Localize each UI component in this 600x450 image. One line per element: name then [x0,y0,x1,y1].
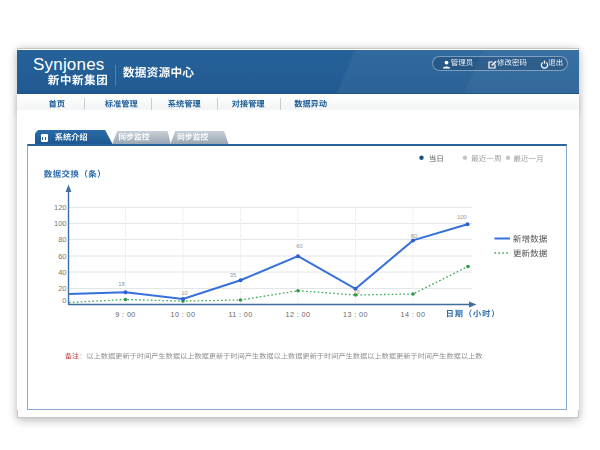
svg-text:18: 18 [118,281,124,287]
svg-text:80: 80 [411,233,417,239]
svg-text:60: 60 [58,252,66,261]
svg-text:60: 60 [296,243,302,249]
svg-text:40: 40 [58,268,66,277]
svg-text:20: 20 [58,284,66,293]
svg-text:12 : 00: 12 : 00 [286,310,311,319]
svg-text:10: 10 [181,290,187,296]
svg-text:11 : 00: 11 : 00 [228,310,252,319]
svg-text:80: 80 [58,235,66,244]
svg-text:100: 100 [457,214,467,220]
svg-text:35: 35 [230,272,236,278]
svg-text:100: 100 [54,219,67,228]
svg-text:0: 0 [62,296,66,305]
svg-text:14 : 00: 14 : 00 [401,310,426,319]
svg-text:120: 120 [54,203,67,212]
svg-text:10: 10 [353,289,359,295]
svg-text:9 : 00: 9 : 00 [115,310,135,319]
svg-text:10 : 00: 10 : 00 [171,310,196,319]
svg-text:13 : 00: 13 : 00 [343,310,368,319]
